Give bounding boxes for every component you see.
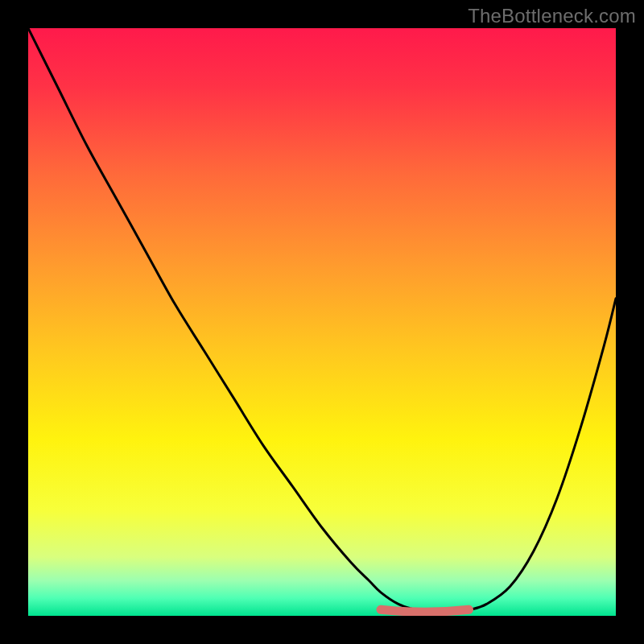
watermark-text: TheBottleneck.com [468, 5, 636, 27]
background-gradient [28, 28, 616, 616]
plot-area [28, 28, 616, 616]
chart-frame: TheBottleneck.com [0, 0, 644, 644]
svg-rect-0 [28, 28, 616, 616]
